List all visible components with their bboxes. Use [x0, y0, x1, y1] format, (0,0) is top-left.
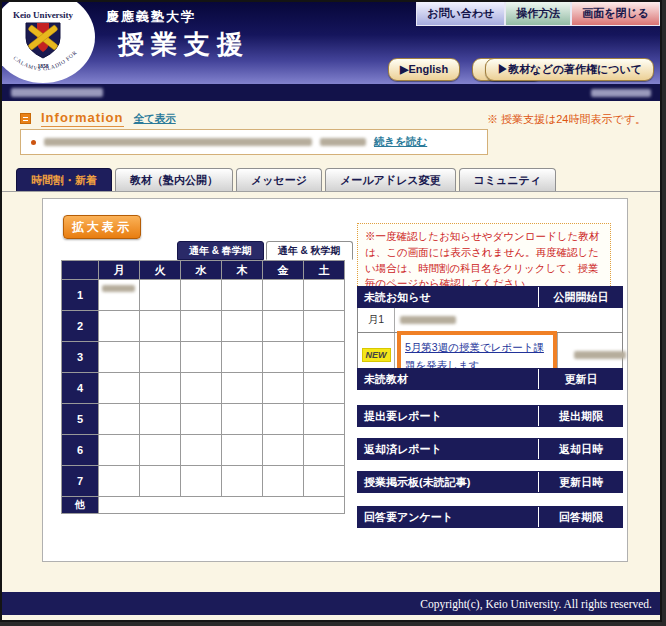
timetable-cell — [304, 342, 345, 373]
tab-messages[interactable]: メッセージ — [236, 168, 322, 191]
main-tab-bar: 時間割・新着 教材（塾内公開） メッセージ メールアドレス変更 コミュニティ — [2, 168, 660, 192]
timetable-cell — [222, 311, 263, 342]
section-date-label: 公開開始日 — [538, 287, 623, 307]
contact-button[interactable]: お問い合わせ — [416, 2, 505, 26]
timetable-cell — [263, 435, 304, 466]
close-window-button[interactable]: 画面を閉じる — [571, 2, 660, 26]
bullet-icon — [31, 140, 36, 145]
tab-fall-semester[interactable]: 通年 & 秋学期 — [266, 241, 353, 260]
timetable-cell — [99, 435, 140, 466]
section-date-label: 提出期限 — [538, 406, 623, 426]
timetable-cell — [222, 404, 263, 435]
timetable-cell — [181, 373, 222, 404]
tab-spring-semester[interactable]: 通年 & 春学期 — [177, 241, 264, 260]
period-slot-label: 月1 — [358, 308, 395, 332]
period-label: 4 — [62, 373, 99, 404]
section-title: 未読お知らせ — [357, 290, 538, 305]
announcement-link[interactable]: 5月第3週の授業でレポート課題を発表します。 — [405, 341, 544, 371]
enlarge-view-button[interactable]: 拡大表示 — [63, 215, 141, 239]
timetable-cell — [304, 373, 345, 404]
timetable-cell — [263, 404, 304, 435]
timetable-cell — [263, 280, 304, 311]
timetable-cell — [222, 280, 263, 311]
timetable-cell — [181, 311, 222, 342]
english-button[interactable]: ▶English — [388, 58, 460, 81]
timetable-cell — [181, 280, 222, 311]
timetable-cell — [222, 466, 263, 497]
period-label: 6 — [62, 435, 99, 466]
tab-community[interactable]: コミュニティ — [459, 168, 557, 191]
timetable-cell — [99, 404, 140, 435]
timetable-cell — [99, 311, 140, 342]
header-utility-buttons: お問い合わせ 操作方法 画面を閉じる — [416, 2, 660, 26]
page-title: 授業支援 — [118, 27, 250, 62]
period-label: 3 — [62, 342, 99, 373]
day-header-tue: 火 — [140, 261, 181, 280]
main-content-panel: 拡大表示 通年 & 春学期 通年 & 秋学期 月 火 水 木 金 土 1 — [42, 198, 628, 562]
redacted-datetime — [591, 89, 651, 97]
help-button[interactable]: 操作方法 — [505, 2, 571, 26]
section-date-label: 返却日時 — [538, 439, 623, 459]
header: Keio University 1858 CALAMVS GLADIO FORT… — [2, 2, 660, 84]
day-header-mon: 月 — [99, 261, 140, 280]
section-date-label: 回答期限 — [538, 507, 623, 527]
timetable-corner — [62, 261, 99, 280]
timetable-cell — [99, 466, 140, 497]
timetable-cell — [304, 280, 345, 311]
timetable-cell — [263, 342, 304, 373]
timetable-cell — [181, 342, 222, 373]
keio-university-logo: Keio University 1858 CALAMVS GLADIO FORT… — [2, 2, 104, 84]
information-icon — [20, 113, 31, 124]
redacted-notice-date — [320, 138, 366, 146]
redacted-username — [11, 88, 103, 97]
timetable-cell — [140, 373, 181, 404]
day-header-fri: 金 — [263, 261, 304, 280]
redacted-course-name — [102, 285, 135, 292]
section-title: 返却済レポート — [357, 442, 538, 457]
period-label: 2 — [62, 311, 99, 342]
tab-materials[interactable]: 教材（塾内公開） — [115, 168, 233, 191]
materials-copyright-button[interactable]: ▶教材などの著作権について — [485, 58, 654, 81]
timetable-cell — [304, 311, 345, 342]
timetable-cell — [140, 435, 181, 466]
summary-panel: ※一度確認したお知らせやダウンロードした教材は、この画面には表示されません。再度… — [357, 199, 623, 563]
show-all-link[interactable]: 全て表示 — [134, 112, 176, 126]
timetable-cell — [140, 311, 181, 342]
day-header-wed: 水 — [181, 261, 222, 280]
24hour-note: ※ 授業支援は24時間表示です。 — [487, 112, 646, 127]
timetable-cell — [304, 466, 345, 497]
timetable-cell — [181, 466, 222, 497]
day-header-thu: 木 — [222, 261, 263, 280]
timetable-cell — [181, 435, 222, 466]
tab-timetable-new[interactable]: 時間割・新着 — [16, 168, 112, 191]
logo-university-name: Keio University — [13, 10, 74, 20]
tab-email-change[interactable]: メールアドレス変更 — [325, 168, 456, 191]
timetable-cell — [263, 466, 304, 497]
unread-notice-row: 月1 — [357, 308, 623, 333]
copyright-text: Copyright(c), Keio University. All right… — [420, 598, 652, 610]
semester-tab-bar: 通年 & 春学期 通年 & 秋学期 — [177, 241, 353, 260]
timetable-cell — [140, 342, 181, 373]
day-header-sat: 土 — [304, 261, 345, 280]
timetable-cell — [263, 311, 304, 342]
information-title: Information — [41, 110, 124, 127]
class-board-header: 授業掲示板(未読記事) 更新日時 — [357, 471, 623, 493]
redacted-notice-text — [44, 138, 312, 146]
section-title: 未読教材 — [357, 372, 538, 387]
period-label: 1 — [62, 280, 99, 311]
timetable-cell — [304, 435, 345, 466]
user-status-bar — [2, 84, 660, 101]
new-badge: NEW — [362, 348, 391, 362]
reports-due-header: 提出要レポート 提出期限 — [357, 405, 623, 427]
timetable-cell — [99, 373, 140, 404]
timetable-cell — [263, 373, 304, 404]
timetable-cell — [181, 404, 222, 435]
returned-reports-header: 返却済レポート 返却日時 — [357, 438, 623, 460]
timetable-cell-course[interactable] — [99, 280, 140, 311]
timetable-cell — [222, 373, 263, 404]
surveys-header: 回答要アンケート 回答期限 — [357, 506, 623, 528]
read-more-link[interactable]: 続きを読む — [374, 135, 427, 149]
timetable-cell — [140, 466, 181, 497]
other-row-label: 他 — [62, 497, 99, 514]
timetable-cell — [222, 342, 263, 373]
